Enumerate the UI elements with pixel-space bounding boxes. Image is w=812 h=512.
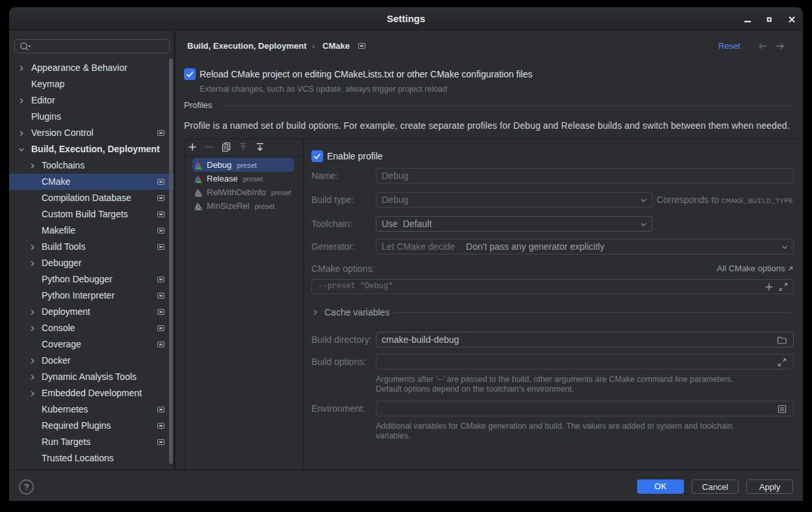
svg-text:?: ? [24,482,29,492]
